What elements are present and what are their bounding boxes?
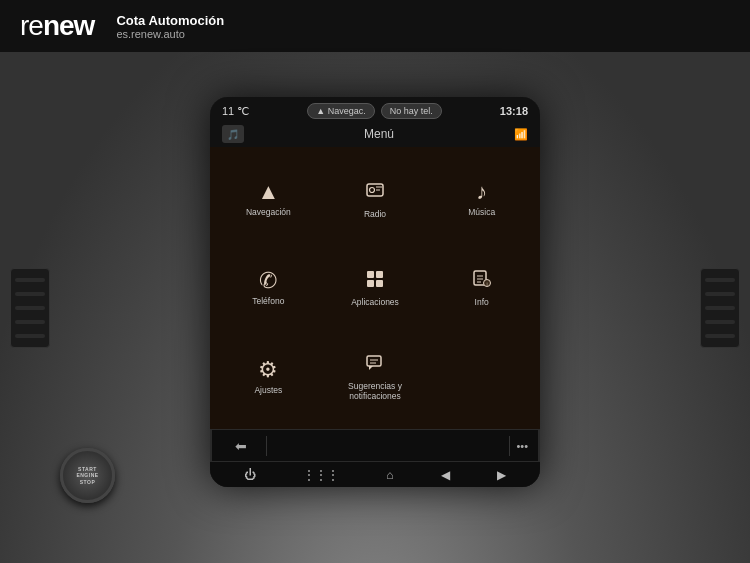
svg-point-1: [369, 187, 374, 192]
more-options-button[interactable]: •••: [510, 440, 534, 452]
phone-grid-item[interactable]: ✆ Teléfono: [218, 246, 319, 329]
power-button[interactable]: ⏻: [244, 468, 256, 482]
nav-divider: [266, 436, 267, 456]
header-bar: renew Cota Automoción es.renew.auto: [0, 0, 750, 52]
logo-new: new: [43, 10, 94, 41]
info-grid-item[interactable]: i Info: [431, 246, 532, 329]
home-button[interactable]: ⌂: [386, 468, 393, 482]
car-area: 11 ℃ ▲ Navegac. No hay tel. 13:18 🎵 Menú…: [0, 52, 750, 563]
svg-rect-14: [367, 356, 381, 366]
menu-title: Menú: [364, 127, 394, 141]
nav-icon: ▲: [257, 181, 279, 203]
infotainment-screen[interactable]: 11 ℃ ▲ Navegac. No hay tel. 13:18 🎵 Menú…: [210, 97, 540, 487]
svg-rect-7: [376, 280, 383, 287]
time: 13:18: [500, 105, 528, 117]
start-engine-stop-button[interactable]: START ENGINE STOP: [60, 448, 115, 503]
settings-grid-item[interactable]: ⚙ Ajustes: [218, 336, 319, 419]
bottom-nav-row: ⬅ •••: [210, 429, 540, 461]
svg-text:i: i: [486, 281, 487, 287]
logo-re: re: [20, 10, 43, 41]
settings-label: Ajustes: [254, 385, 282, 395]
media-icon: 🎵: [222, 125, 244, 143]
temperature: 11 ℃: [222, 105, 249, 118]
nav-grid-item[interactable]: ▲ Navegación: [218, 157, 319, 240]
vent-right: [700, 268, 740, 348]
nav-label: Navegación: [246, 207, 291, 217]
wifi-icon: 📶: [514, 128, 528, 141]
svg-rect-6: [367, 280, 374, 287]
radio-label: Radio: [364, 209, 386, 219]
company-info: Cota Automoción es.renew.auto: [116, 13, 224, 40]
apps-icon: [365, 269, 385, 293]
phone-button[interactable]: No hay tel.: [381, 103, 442, 119]
company-url: es.renew.auto: [116, 28, 224, 40]
info-label: Info: [475, 297, 489, 307]
suggestions-grid-item[interactable]: Sugerencias y notificaciones: [325, 336, 426, 419]
back-button[interactable]: ⬅: [216, 438, 266, 454]
menu-button[interactable]: ⋮⋮⋮: [303, 468, 339, 482]
radio-icon: [364, 179, 386, 205]
vol-down-button[interactable]: ◀: [441, 468, 450, 482]
music-grid-item[interactable]: ♪ Música: [431, 157, 532, 240]
screen-inner: 11 ℃ ▲ Navegac. No hay tel. 13:18 🎵 Menú…: [210, 97, 540, 487]
status-bar: 11 ℃ ▲ Navegac. No hay tel. 13:18: [210, 97, 540, 123]
music-label: Música: [468, 207, 495, 217]
music-icon: ♪: [476, 181, 487, 203]
apps-grid-item[interactable]: Aplicaciones: [325, 246, 426, 329]
apps-label: Aplicaciones: [351, 297, 399, 307]
phone-icon: ✆: [259, 270, 277, 292]
svg-rect-4: [367, 271, 374, 278]
main-grid: ▲ Navegación Radio ♪: [210, 147, 540, 429]
vent-left: [10, 268, 50, 348]
radio-grid-item[interactable]: Radio: [325, 157, 426, 240]
bottom-controls: ⏻ ⋮⋮⋮ ⌂ ◀ ▶: [210, 461, 540, 487]
start-button-label: START ENGINE STOP: [76, 466, 98, 486]
phone-label: Teléfono: [252, 296, 284, 306]
empty-grid-item: [431, 336, 532, 419]
suggestions-label: Sugerencias y notificaciones: [348, 381, 402, 401]
logo: renew: [20, 10, 94, 42]
company-name: Cota Automoción: [116, 13, 224, 28]
svg-rect-5: [376, 271, 383, 278]
info-icon: i: [472, 269, 492, 293]
nav-button[interactable]: ▲ Navegac.: [307, 103, 374, 119]
suggestions-icon: [365, 353, 385, 377]
menu-bar: 🎵 Menú 📶: [210, 123, 540, 147]
settings-icon: ⚙: [258, 359, 278, 381]
vol-up-button[interactable]: ▶: [497, 468, 506, 482]
status-center: ▲ Navegac. No hay tel.: [307, 103, 441, 119]
